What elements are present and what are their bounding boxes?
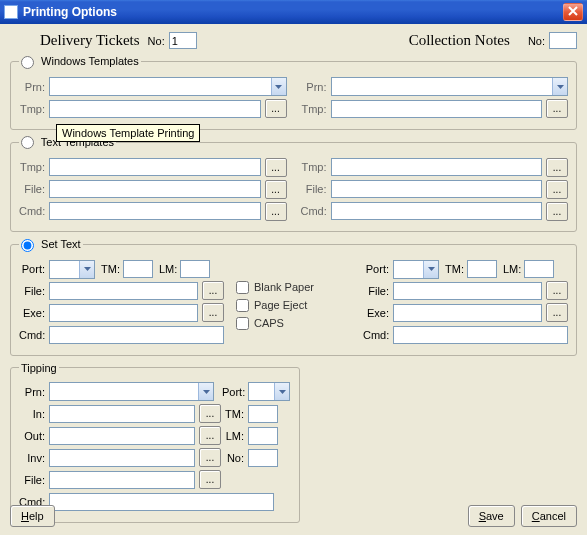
blank-paper-checkbox[interactable]: Blank Paper — [236, 281, 357, 294]
st-right-port-combo[interactable] — [393, 260, 439, 279]
st-right-exe-input[interactable] — [393, 304, 542, 322]
caps-check[interactable] — [236, 317, 249, 330]
st-right-cmd-label: Cmd: — [363, 329, 393, 341]
st-left-cmd-label: Cmd: — [19, 329, 49, 341]
tooltip: Windows Template Printing — [56, 124, 200, 142]
st-right-cmd-input[interactable] — [393, 326, 568, 344]
st-left-file-label: File: — [19, 285, 49, 297]
st-right-lm-input[interactable] — [524, 260, 554, 278]
chevron-down-icon[interactable] — [552, 78, 567, 95]
win-right-prn-label: Prn: — [301, 81, 331, 93]
delivery-no-label: No: — [148, 35, 165, 47]
window-title: Printing Options — [23, 5, 117, 19]
win-right-tmp-input[interactable] — [331, 100, 543, 118]
txt-right-tmp-browse[interactable]: ... — [546, 158, 568, 177]
windows-templates-legend[interactable]: Windows Templates — [19, 55, 141, 69]
tip-prn-label: Prn: — [19, 386, 49, 398]
win-left-tmp-browse[interactable]: ... — [265, 99, 287, 118]
st-left-lm-input[interactable] — [180, 260, 210, 278]
tip-file-input[interactable] — [49, 471, 195, 489]
page-eject-checkbox[interactable]: Page Eject — [236, 299, 357, 312]
tip-port-combo[interactable] — [248, 382, 290, 401]
help-label-rest: elp — [29, 510, 44, 522]
st-left-lm-label: LM: — [159, 263, 177, 275]
page-eject-check[interactable] — [236, 299, 249, 312]
st-left-file-browse[interactable]: ... — [202, 281, 224, 300]
windows-templates-legend-label: Windows Templates — [41, 55, 139, 67]
chevron-down-icon[interactable] — [423, 261, 438, 278]
txt-right-cmd-label: Cmd: — [301, 205, 331, 217]
chevron-down-icon[interactable] — [274, 383, 289, 400]
delivery-no-input[interactable] — [169, 32, 197, 49]
txt-left-tmp-label: Tmp: — [19, 161, 49, 173]
text-templates-radio[interactable] — [21, 136, 34, 149]
win-left-tmp-label: Tmp: — [19, 103, 49, 115]
tip-no-label: No: — [222, 452, 248, 464]
st-right-file-input[interactable] — [393, 282, 542, 300]
st-right-file-browse[interactable]: ... — [546, 281, 568, 300]
tip-no-input[interactable] — [248, 449, 278, 467]
tip-tm-label: TM: — [222, 408, 248, 420]
txt-right-cmd-browse[interactable]: ... — [546, 202, 568, 221]
win-right-tmp-browse[interactable]: ... — [546, 99, 568, 118]
set-text-legend[interactable]: Set Text — [19, 238, 83, 252]
set-text-legend-label: Set Text — [41, 238, 81, 250]
titlebar: Printing Options — [0, 0, 587, 24]
tip-inv-input[interactable] — [49, 449, 195, 467]
save-button[interactable]: Save — [468, 505, 515, 527]
st-left-port-combo[interactable] — [49, 260, 95, 279]
save-label-rest: ave — [486, 510, 504, 522]
close-button[interactable] — [563, 3, 583, 21]
txt-left-cmd-input[interactable] — [49, 202, 261, 220]
txt-left-tmp-browse[interactable]: ... — [265, 158, 287, 177]
cancel-label-rest: ancel — [540, 510, 566, 522]
help-button[interactable]: Help — [10, 505, 55, 527]
win-right-prn-combo[interactable] — [331, 77, 569, 96]
collection-no-input[interactable] — [549, 32, 577, 49]
st-left-file-input[interactable] — [49, 282, 198, 300]
win-left-tmp-input[interactable] — [49, 100, 261, 118]
st-right-tm-input[interactable] — [467, 260, 497, 278]
tip-prn-combo[interactable] — [49, 382, 214, 401]
txt-right-tmp-input[interactable] — [331, 158, 543, 176]
collection-notes-title: Collection Notes — [409, 32, 510, 49]
st-left-tm-label: TM: — [101, 263, 120, 275]
page-eject-label: Page Eject — [254, 299, 307, 311]
tip-tm-input[interactable] — [248, 405, 278, 423]
footer: Help Save Cancel — [10, 505, 577, 527]
txt-left-cmd-browse[interactable]: ... — [265, 202, 287, 221]
chevron-down-icon[interactable] — [198, 383, 213, 400]
st-left-exe-input[interactable] — [49, 304, 198, 322]
blank-paper-check[interactable] — [236, 281, 249, 294]
tip-file-label: File: — [19, 474, 49, 486]
txt-right-file-browse[interactable]: ... — [546, 180, 568, 199]
st-left-cmd-input[interactable] — [49, 326, 224, 344]
st-right-exe-browse[interactable]: ... — [546, 303, 568, 322]
delivery-tickets-title: Delivery Tickets — [40, 32, 140, 49]
txt-left-file-browse[interactable]: ... — [265, 180, 287, 199]
st-left-exe-browse[interactable]: ... — [202, 303, 224, 322]
txt-left-tmp-input[interactable] — [49, 158, 261, 176]
tip-in-input[interactable] — [49, 405, 195, 423]
st-left-exe-label: Exe: — [19, 307, 49, 319]
st-left-tm-input[interactable] — [123, 260, 153, 278]
tip-lm-label: LM: — [222, 430, 248, 442]
collection-no-label: No: — [528, 35, 545, 47]
txt-left-file-input[interactable] — [49, 180, 261, 198]
tip-lm-input[interactable] — [248, 427, 278, 445]
txt-right-file-input[interactable] — [331, 180, 543, 198]
tip-in-label: In: — [19, 408, 49, 420]
cancel-button[interactable]: Cancel — [521, 505, 577, 527]
st-left-port-label: Port: — [19, 263, 49, 275]
tip-out-label: Out: — [19, 430, 49, 442]
chevron-down-icon[interactable] — [79, 261, 94, 278]
header-row: Delivery Tickets No: Collection Notes No… — [10, 32, 577, 49]
chevron-down-icon[interactable] — [271, 78, 286, 95]
set-text-radio[interactable] — [21, 239, 34, 252]
caps-checkbox[interactable]: CAPS — [236, 317, 357, 330]
tip-out-input[interactable] — [49, 427, 195, 445]
windows-templates-radio[interactable] — [21, 56, 34, 69]
app-icon — [4, 5, 18, 19]
txt-right-cmd-input[interactable] — [331, 202, 543, 220]
win-left-prn-combo[interactable] — [49, 77, 287, 96]
